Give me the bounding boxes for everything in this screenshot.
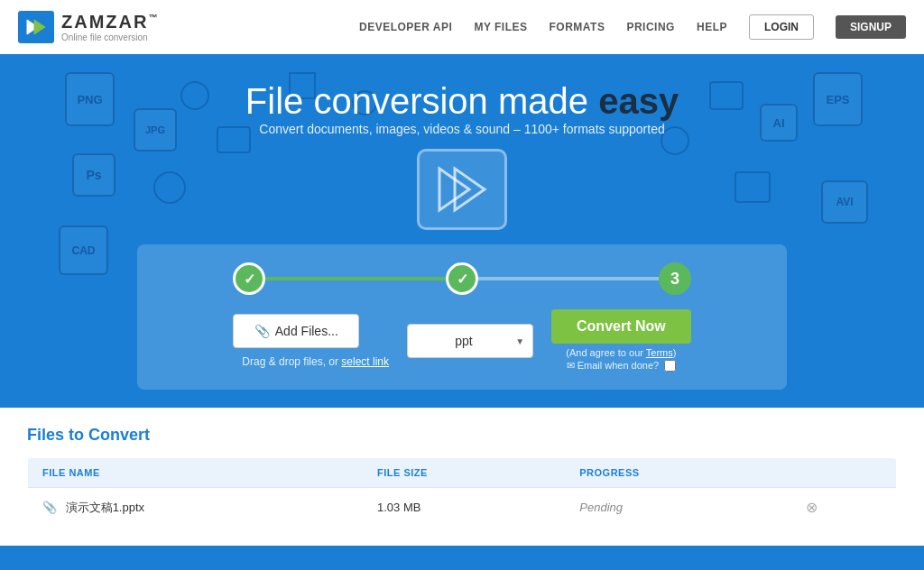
login-button[interactable]: LOGIN — [749, 14, 814, 40]
sketch-circle2 — [153, 171, 186, 204]
col-actions — [791, 458, 896, 488]
files-table-header: FILE NAME FILE SIZE PROGRESS — [28, 458, 897, 488]
select-link[interactable]: select link — [341, 355, 389, 368]
hero-subtitle: Convert documents, images, videos & soun… — [18, 122, 906, 136]
nav-pricing[interactable]: PRICING — [626, 21, 675, 33]
agree-text: (And agree to our Terms) — [551, 347, 691, 358]
email-checkbox[interactable] — [664, 360, 676, 372]
add-files-button[interactable]: 📎 Add Files... — [233, 314, 359, 348]
format-select-wrapper: ppt pdf jpg png — [407, 324, 533, 358]
step-1-circle: ✓ — [233, 262, 265, 295]
avi-icon: AVI — [821, 180, 868, 224]
logo-title: ZAMZAR™ — [61, 12, 159, 32]
logo-text: ZAMZAR™ Online file conversion — [61, 12, 159, 42]
steps-container: ✓ ✓ 3 📎 Add Files... Drag & drop files, … — [137, 244, 787, 390]
hero-section: PNG JPG Ps CAD EPS AI AVI File conversio… — [0, 54, 924, 408]
logo-subtitle: Online file conversion — [61, 32, 159, 42]
drag-drop-text: Drag & drop files, or select link — [233, 355, 389, 368]
nav-links: DEVELOPER API MY FILES FORMATS PRICING H… — [359, 14, 906, 40]
file-name-cell: 📎 演示文稿1.pptx — [28, 488, 364, 528]
step-3-circle: 3 — [659, 262, 691, 295]
step-2-circle: ✓ — [446, 262, 478, 295]
steps-row: ✓ ✓ 3 — [164, 262, 760, 295]
controls-row: 📎 Add Files... Drag & drop files, or sel… — [164, 309, 760, 372]
zamzar-logo-icon — [18, 11, 54, 43]
nav-my-files[interactable]: MY FILES — [474, 21, 527, 33]
format-select[interactable]: ppt pdf jpg png — [407, 324, 533, 358]
convert-wrapper: Convert Now (And agree to our Terms) ✉ E… — [551, 309, 691, 372]
convert-now-button[interactable]: Convert Now — [551, 309, 691, 344]
add-files-wrapper: 📎 Add Files... Drag & drop files, or sel… — [233, 314, 389, 368]
hero-title: File conversion made easy — [18, 81, 906, 122]
col-filesize: FILE SIZE — [363, 458, 565, 488]
file-remove-cell: ⊗ — [791, 488, 896, 528]
files-table-body: 📎 演示文稿1.pptx 1.03 MB Pending ⊗ — [28, 488, 897, 528]
navbar: ZAMZAR™ Online file conversion DEVELOPER… — [0, 0, 924, 54]
files-title: Files to Convert — [27, 426, 897, 445]
file-attachment-icon: 📎 — [42, 501, 57, 514]
cad-icon: CAD — [59, 225, 108, 275]
files-section: Files to Convert FILE NAME FILE SIZE PRO… — [0, 408, 924, 546]
files-table: FILE NAME FILE SIZE PROGRESS 📎 演示文稿1.ppt… — [27, 457, 897, 528]
email-icon: ✉ Email when done? — [567, 360, 660, 372]
svg-marker-1 — [34, 20, 45, 34]
terms-link[interactable]: Terms — [646, 347, 673, 358]
ps-icon: Ps — [72, 153, 116, 197]
email-row: ✉ Email when done? — [551, 360, 691, 372]
step-line-1 — [265, 277, 446, 280]
table-row: 📎 演示文稿1.pptx 1.03 MB Pending ⊗ — [28, 488, 897, 528]
step-line-2 — [478, 277, 659, 280]
nav-formats[interactable]: FORMATS — [550, 21, 605, 33]
nav-developer-api[interactable]: DEVELOPER API — [359, 21, 452, 33]
signup-button[interactable]: SIGNUP — [836, 15, 906, 39]
sketch-rect3 — [735, 171, 771, 203]
attachment-icon: 📎 — [254, 324, 270, 338]
file-size-cell: 1.03 MB — [363, 488, 565, 528]
center-play-logo — [417, 149, 507, 230]
file-progress-cell: Pending — [565, 488, 791, 528]
col-filename: FILE NAME — [28, 458, 364, 488]
nav-help[interactable]: HELP — [697, 21, 727, 33]
logo-area: ZAMZAR™ Online file conversion — [18, 11, 359, 43]
remove-file-button[interactable]: ⊗ — [806, 499, 818, 516]
col-progress: PROGRESS — [565, 458, 791, 488]
